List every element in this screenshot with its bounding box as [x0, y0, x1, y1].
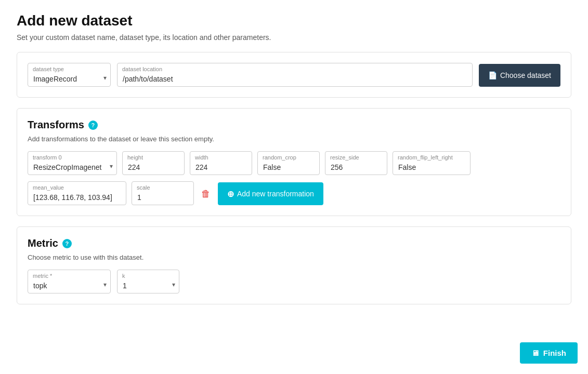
- resize-side-field: resize_side: [325, 151, 387, 175]
- metric-heading: Metric: [28, 237, 58, 249]
- dataset-location-label: dataset location: [122, 66, 162, 72]
- metric-description: Choose metric to use with this dataset.: [28, 253, 560, 261]
- width-label: width: [195, 154, 208, 161]
- metric-field: metric * topk accuracy mAP ▾: [28, 270, 111, 293]
- dataset-section-card: dataset type ImageRecord ImageFolder Rec…: [17, 52, 571, 98]
- transform0-label: transform 0: [33, 154, 62, 161]
- scale-label: scale: [137, 184, 150, 191]
- delete-transform-icon[interactable]: 🗑: [199, 182, 213, 205]
- transforms-help-icon[interactable]: ?: [88, 121, 98, 130]
- k-field: k 1 2 3 5 ▾: [117, 270, 179, 293]
- width-field: width: [190, 151, 252, 175]
- dataset-location-field: dataset location: [117, 63, 473, 87]
- metric-field-row: metric * topk accuracy mAP ▾ k 1 2 3 5 ▾: [28, 270, 560, 293]
- mean-value-label: mean_value: [33, 184, 64, 191]
- scale-field: scale: [132, 181, 194, 205]
- random-flip-label: random_flip_left_right: [398, 154, 453, 161]
- transforms-row1: transform 0 ResizeCropImagenet Resize Ce…: [28, 151, 560, 175]
- dataset-type-field: dataset type ImageRecord ImageFolder Rec…: [28, 63, 111, 87]
- k-select[interactable]: 1 2 3 5: [117, 270, 179, 293]
- random-crop-field: random_crop: [257, 151, 320, 175]
- dataset-type-label: dataset type: [33, 66, 64, 72]
- metric-label: metric *: [33, 273, 52, 279]
- resize-side-label: resize_side: [330, 154, 359, 161]
- choose-dataset-label: Choose dataset: [500, 71, 551, 79]
- mean-value-field: mean_value: [28, 181, 126, 205]
- plus-circle-icon: ⊕: [227, 189, 234, 199]
- metric-section-card: Metric ? Choose metric to use with this …: [17, 226, 571, 304]
- transform0-field: transform 0 ResizeCropImagenet Resize Ce…: [28, 151, 117, 175]
- choose-dataset-button[interactable]: 📄 Choose dataset: [479, 64, 560, 87]
- height-field: height: [122, 151, 185, 175]
- transforms-heading-row: Transforms ?: [28, 119, 560, 131]
- random-flip-field: random_flip_left_right: [393, 151, 471, 175]
- file-icon: 📄: [488, 71, 497, 79]
- add-transformation-button[interactable]: ⊕ Add new transformation: [218, 182, 323, 205]
- transforms-row2: mean_value scale 🗑 ⊕ Add new transformat…: [28, 181, 560, 205]
- transforms-section-card: Transforms ? Add transformations to the …: [17, 108, 571, 216]
- metric-heading-row: Metric ?: [28, 237, 560, 249]
- dataset-field-row: dataset type ImageRecord ImageFolder Rec…: [28, 63, 560, 87]
- k-label: k: [122, 273, 125, 279]
- add-transformation-label: Add new transformation: [237, 190, 314, 198]
- metric-help-icon[interactable]: ?: [62, 239, 72, 248]
- random-crop-label: random_crop: [263, 154, 296, 161]
- page-title: Add new dataset: [17, 12, 571, 29]
- page-subtitle: Set your custom dataset name, dataset ty…: [17, 33, 571, 42]
- height-label: height: [127, 154, 143, 161]
- dataset-location-input[interactable]: [117, 63, 473, 87]
- transforms-heading: Transforms: [28, 119, 84, 131]
- transforms-description: Add transformations to the dataset or le…: [28, 135, 560, 143]
